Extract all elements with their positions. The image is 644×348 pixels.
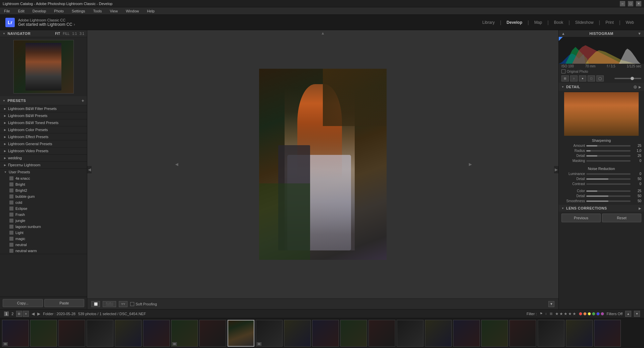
navigator-header[interactable]: ▼ Navigator FIT FILL 1:1 3:1 xyxy=(0,30,87,37)
right-panel-collapse-arrow[interactable]: ▶ xyxy=(554,166,558,173)
filmstrip-thumb-13[interactable] xyxy=(340,320,367,347)
filmstrip-menu-button[interactable]: ▼ xyxy=(634,311,640,317)
left-panel-collapse-arrow[interactable]: ◀ xyxy=(87,166,92,173)
module-web[interactable]: Web xyxy=(621,19,639,26)
sharpening-masking-slider[interactable] xyxy=(586,160,631,162)
crosshair-icon[interactable]: ⊕ xyxy=(633,84,637,90)
toolbar-dropdown-button[interactable]: ▼ xyxy=(548,301,554,307)
nr-detail-slider[interactable] xyxy=(586,178,631,180)
module-print[interactable]: Print xyxy=(601,19,618,26)
nr-luminance-slider[interactable] xyxy=(586,173,631,175)
menu-develop[interactable]: Develop xyxy=(31,9,47,13)
grid-tool-button[interactable]: ⬛⬛ xyxy=(103,301,116,307)
star-3[interactable]: ★ xyxy=(564,311,567,316)
nr-color-slider[interactable] xyxy=(586,190,631,192)
filmstrip-thumb-9[interactable] xyxy=(228,320,254,347)
menu-settings[interactable]: Settings xyxy=(70,9,87,13)
star-5[interactable]: ★ xyxy=(573,311,576,316)
filmstrip-thumb-16[interactable] xyxy=(425,320,452,347)
filmstrip-thumb-5[interactable] xyxy=(115,320,142,347)
zoom-fill[interactable]: FILL xyxy=(63,32,69,36)
preset-group-user-header[interactable]: ▼ User Presets xyxy=(0,169,87,175)
view-slider-thumb[interactable] xyxy=(631,77,634,80)
previous-button[interactable]: Previous xyxy=(561,214,601,222)
lens-corrections-header[interactable]: ▼ Lens Corrections ▶ xyxy=(559,205,644,212)
list-view-button[interactable]: ≡ xyxy=(23,311,29,317)
zoom-3-1[interactable]: 3:1 xyxy=(80,32,84,36)
preset-group-general-header[interactable]: ▶ Lightroom General Presets xyxy=(0,140,87,147)
grid-view-button[interactable]: ⊞ xyxy=(16,311,22,317)
date-tool-button[interactable]: YY xyxy=(119,301,128,307)
filter-flag-icon[interactable]: ⚑ xyxy=(540,312,543,315)
right-expand-arrow[interactable]: ▶ xyxy=(469,162,472,167)
left-expand-arrow[interactable]: ◀ xyxy=(175,162,178,167)
page-1[interactable]: 1 xyxy=(4,311,9,316)
close-button[interactable]: ✕ xyxy=(636,1,641,6)
preset-item-light[interactable]: Light xyxy=(3,230,87,236)
preset-group-bw-filter-header[interactable]: ▶ Lightroom B&W Filter Presets xyxy=(0,105,87,112)
zoom-1-1[interactable]: 1:1 xyxy=(72,32,77,36)
filmstrip-next-arrow[interactable]: ▶ xyxy=(37,311,40,316)
maximize-button[interactable]: □ xyxy=(628,1,633,6)
star-4[interactable]: ★ xyxy=(568,311,572,316)
single-view-button[interactable]: ○ xyxy=(570,75,578,81)
presets-header[interactable]: ▼ Presets + xyxy=(0,96,87,105)
preset-item-cold[interactable]: cold xyxy=(3,199,87,206)
sharpening-amount-slider[interactable] xyxy=(586,145,631,147)
color-dot-orange[interactable] xyxy=(583,312,587,315)
copy-button[interactable]: Copy... xyxy=(3,299,43,307)
preset-item-frash[interactable]: Frash xyxy=(3,212,87,218)
preset-item-bright2[interactable]: Bright2 xyxy=(3,187,87,193)
preset-item-jungle[interactable]: jungle xyxy=(3,218,87,224)
preset-item-bright[interactable]: Bright xyxy=(3,181,87,187)
preset-group-bw-toned-header[interactable]: ▶ Lightroom B&W Toned Presets xyxy=(0,119,87,126)
menu-edit[interactable]: Edit xyxy=(17,9,26,13)
filmstrip-thumb-11[interactable] xyxy=(284,320,311,347)
star-1[interactable]: ★ xyxy=(555,311,559,316)
filmstrip-thumb-4[interactable] xyxy=(87,320,113,347)
preset-group-russian-header[interactable]: ▶ Пресеты Lightroom xyxy=(0,162,87,168)
color-dot-blue[interactable] xyxy=(596,312,600,315)
color-dot-purple[interactable] xyxy=(601,312,604,315)
preset-group-color-header[interactable]: ▶ Lightroom Color Presets xyxy=(0,126,87,133)
filmstrip-prev-arrow[interactable]: ◀ xyxy=(32,311,35,316)
crop-tool-button[interactable]: ⬜ xyxy=(91,301,100,307)
menu-tools[interactable]: Tools xyxy=(92,9,103,13)
nr-smoothness-slider[interactable] xyxy=(586,200,631,202)
lr-cta[interactable]: Get started with Lightroom CC › xyxy=(18,22,75,27)
frame-button[interactable]: □ xyxy=(588,75,595,81)
before-after-button[interactable]: ⊞ xyxy=(561,75,569,81)
filmstrip-thumb-19[interactable] xyxy=(509,320,536,347)
filmstrip-expand-button[interactable]: ▲ xyxy=(625,311,631,317)
paste-button[interactable]: Paste xyxy=(44,299,85,307)
module-map[interactable]: Map xyxy=(530,19,547,26)
filmstrip-thumb-21[interactable] xyxy=(566,320,593,347)
detail-header[interactable]: ▼ Detail ⊕ ▶ xyxy=(559,83,644,91)
preset-item-eclipse[interactable]: Eclipse xyxy=(3,206,87,212)
preset-item-4v[interactable]: 4в класс xyxy=(3,175,87,181)
filmstrip-thumb-2[interactable] xyxy=(30,320,57,347)
preset-group-video-header[interactable]: ▶ Lightroom Video Presets xyxy=(0,148,87,154)
filmstrip-thumb-1[interactable] xyxy=(2,320,29,347)
view-slider-track[interactable] xyxy=(614,78,641,79)
original-photo-checkbox[interactable] xyxy=(561,69,565,73)
preset-item-magic[interactable]: magic xyxy=(3,236,87,242)
menu-photo[interactable]: Photo xyxy=(53,9,65,13)
menu-view[interactable]: View xyxy=(108,9,119,13)
filter-sort-icon[interactable]: ↕ xyxy=(545,312,547,315)
menu-file[interactable]: File xyxy=(3,9,11,13)
soft-proofing-checkbox[interactable] xyxy=(130,302,134,306)
star-2[interactable]: ★ xyxy=(559,311,563,316)
filmstrip-thumb-22[interactable] xyxy=(594,320,621,347)
module-book[interactable]: Book xyxy=(549,19,568,26)
filmstrip-thumb-12[interactable] xyxy=(312,320,339,347)
filmstrip-thumb-8[interactable] xyxy=(199,320,226,347)
filmstrip-thumb-7[interactable] xyxy=(171,320,198,347)
filmstrip-thumb-15[interactable] xyxy=(397,320,424,347)
minimize-button[interactable]: – xyxy=(620,1,625,6)
top-expand-arrow[interactable]: ▲ xyxy=(321,31,325,36)
menu-help[interactable]: Help xyxy=(146,9,156,13)
filmstrip-thumb-20[interactable] xyxy=(538,320,564,347)
menu-window[interactable]: Window xyxy=(125,9,140,13)
filmstrip-thumb-6[interactable] xyxy=(143,320,170,347)
